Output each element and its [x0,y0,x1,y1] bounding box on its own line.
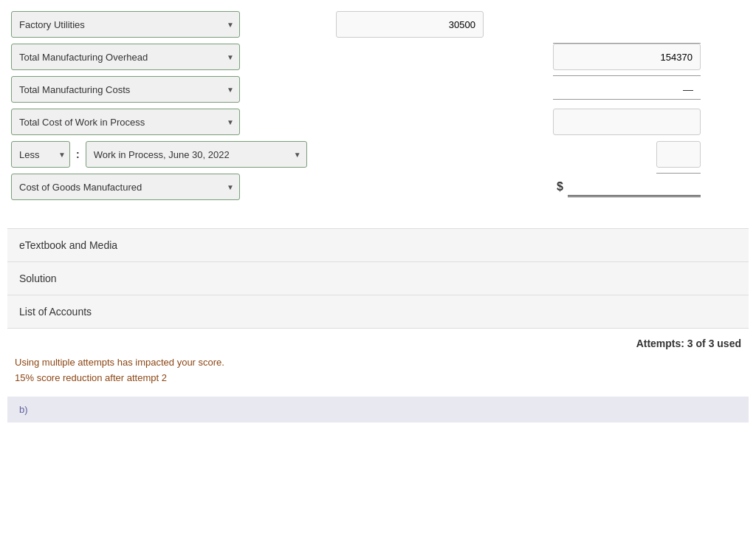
cost-of-goods-value [568,177,701,197]
warning-line2: 15% score reduction after attempt 2 [15,371,741,386]
factory-utilities-row: Factory Utilities ▼ [11,11,745,38]
factory-utilities-select-wrapper: Factory Utilities ▼ [11,11,240,38]
warning-line1: Using multiple attempts has impacted you… [15,355,741,371]
form-section: Factory Utilities ▼ Total Manufacturing … [7,7,749,213]
factory-utilities-input[interactable] [336,11,484,38]
total-cost-wip-select-wrapper: Total Cost of Work in Process ▼ [11,109,240,135]
total-mfg-costs-select-wrapper: Total Manufacturing Costs ▼ [11,76,240,103]
work-in-process-select[interactable]: Work in Process, June 30, 2022 [86,141,307,168]
total-mfg-costs-col-left: Total Manufacturing Costs ▼ [11,76,262,103]
solution-section: Solution [7,262,749,295]
solution-label: Solution [19,273,57,284]
factory-utilities-mid [262,11,745,38]
cost-of-goods-right: $ [557,177,701,197]
etextbook-header[interactable]: eTextbook and Media [7,229,749,261]
less-select-wrapper: Less ▼ [11,141,70,168]
list-of-accounts-header[interactable]: List of Accounts [7,295,749,328]
colon-label: : [76,148,80,160]
cost-of-goods-select-wrapper: Cost of Goods Manufactured ▼ [11,174,240,200]
attempts-row: Attempts: 3 of 3 used [7,329,749,352]
footer-text: b) [19,404,28,415]
less-row: Less ▼ : Work in Process, June 30, 2022 … [11,141,745,168]
less-row-right [656,141,701,168]
list-of-accounts-label: List of Accounts [19,306,92,318]
etextbook-section: eTextbook and Media [7,229,749,262]
list-of-accounts-section: List of Accounts [7,295,749,329]
total-cost-wip-col-left: Total Cost of Work in Process ▼ [11,109,262,135]
total-cost-wip-select[interactable]: Total Cost of Work in Process [11,109,240,135]
solution-header[interactable]: Solution [7,262,749,295]
total-mfg-overhead-select-wrapper: Total Manufacturing Overhead ▼ [11,44,240,70]
factory-utilities-select[interactable]: Factory Utilities [11,11,240,38]
total-mfg-overhead-select[interactable]: Total Manufacturing Overhead [11,44,240,70]
total-cost-wip-right [553,109,701,135]
warning-text: Using multiple attempts has impacted you… [7,352,749,389]
total-mfg-overhead-col-left: Total Manufacturing Overhead ▼ [11,44,262,70]
attempts-text: Attempts: 3 of 3 used [636,338,741,349]
cost-of-goods-row: Cost of Goods Manufactured ▼ $ [11,174,745,200]
factory-utilities-col-left: Factory Utilities ▼ [11,11,262,38]
total-mfg-overhead-row: Total Manufacturing Overhead ▼ [11,44,745,70]
total-mfg-overhead-input[interactable] [553,44,701,70]
work-in-process-select-wrapper: Work in Process, June 30, 2022 ▼ [86,141,307,168]
less-row-input[interactable] [656,141,701,168]
etextbook-label: eTextbook and Media [19,239,117,251]
total-cost-wip-row: Total Cost of Work in Process ▼ [11,109,745,135]
total-mfg-overhead-right [553,44,701,70]
total-mfg-costs-select[interactable]: Total Manufacturing Costs [11,76,240,103]
total-mfg-costs-row: Total Manufacturing Costs ▼ — [11,76,745,103]
total-mfg-costs-dash: — [553,79,701,100]
total-cost-wip-input[interactable] [553,109,701,135]
cost-of-goods-select[interactable]: Cost of Goods Manufactured [11,174,240,200]
less-select[interactable]: Less [11,141,70,168]
cost-of-goods-col-left: Cost of Goods Manufactured ▼ [11,174,262,200]
bottom-sections: eTextbook and Media Solution List of Acc… [7,228,749,329]
footer-bar: b) [7,397,749,422]
total-mfg-costs-right: — [553,79,701,100]
dollar-sign: $ [557,180,563,193]
main-container: Factory Utilities ▼ Total Manufacturing … [0,0,756,548]
